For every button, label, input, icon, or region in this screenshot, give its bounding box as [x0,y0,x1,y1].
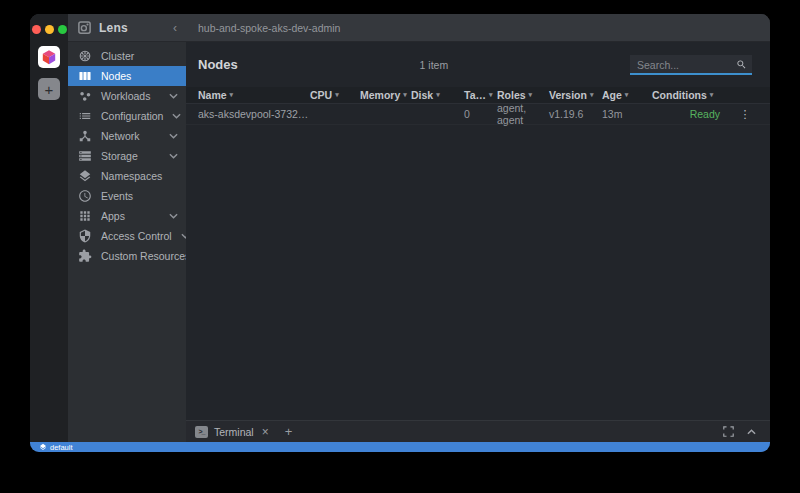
sidebar-header: Lens ‹ [68,14,186,42]
custom-resources-icon [78,249,92,263]
expand-dock-icon[interactable] [723,426,734,437]
column-header-conditions[interactable]: Conditions▾ [652,89,732,101]
zoom-window-button[interactable] [58,25,67,34]
table-header: Name▾ CPU▾ Memory▾ Disk▾ Ta…▾ Roles▾ Ver… [186,87,770,104]
traffic-lights [32,25,67,34]
sidebar-item-events[interactable]: Events [68,186,186,206]
column-header-version[interactable]: Version▾ [549,89,602,101]
search-input[interactable] [630,56,752,74]
terminal-dock: >_ Terminal × + [186,420,770,442]
column-header-disk[interactable]: Disk▾ [411,89,464,101]
namespace-icon [39,443,47,451]
sidebar-item-access-control[interactable]: Access Control [68,226,186,246]
namespaces-icon [78,169,92,183]
sort-caret-icon: ▾ [590,91,594,99]
sort-caret-icon: ▾ [625,91,629,99]
sidebar-item-label: Nodes [101,70,131,82]
sidebar-item-configuration[interactable]: Configuration [68,106,186,126]
network-icon [78,129,92,143]
sidebar-item-apps[interactable]: Apps [68,206,186,226]
column-header-taints[interactable]: Ta…▾ [464,89,497,101]
sort-caret-icon: ▾ [335,91,339,99]
node-name: aks-aksdevpool-37324… [198,108,310,120]
status-badge: Ready [690,108,732,120]
terminal-tab[interactable]: >_ Terminal × [195,426,269,438]
events-icon [78,189,92,203]
node-taints: 0 [464,108,497,120]
status-bar: default [30,442,770,452]
sidebar-item-label: Events [101,190,133,202]
brand-title: Lens [99,21,128,35]
apps-icon [78,209,92,223]
sort-caret-icon: ▾ [403,91,407,99]
topbar: hub-and-spoke-aks-dev-admin [186,14,770,42]
sort-caret-icon: ▾ [489,91,493,99]
configuration-icon [78,109,92,123]
cluster-rail: + [30,14,68,442]
chevron-down-icon [169,153,178,159]
node-version: v1.19.6 [549,108,602,120]
storage-icon [78,149,92,163]
sidebar-item-label: Workloads [101,90,150,102]
sidebar-nav: Cluster Nodes Workloads [68,42,186,266]
close-window-button[interactable] [32,25,41,34]
column-header-roles[interactable]: Roles▾ [497,89,549,101]
workloads-icon [78,89,92,103]
sort-caret-icon: ▾ [230,91,234,99]
plus-icon: + [45,82,54,97]
new-terminal-icon[interactable]: + [285,425,293,438]
terminal-icon: >_ [195,426,208,438]
sidebar-item-cluster[interactable]: Cluster [68,46,186,66]
sidebar-item-label: Storage [101,150,138,162]
column-header-name[interactable]: Name▾ [198,89,310,101]
cluster-name: hub-and-spoke-aks-dev-admin [198,22,340,34]
page-header: Nodes 1 item [186,42,770,87]
terminal-tab-label: Terminal [214,426,254,438]
close-terminal-icon[interactable]: × [262,426,269,438]
lens-window: + Lens ‹ [30,14,770,452]
sidebar-item-label: Apps [101,210,125,222]
minimize-window-button[interactable] [45,25,54,34]
sort-caret-icon: ▾ [710,91,714,99]
collapse-dock-icon[interactable] [747,429,756,435]
column-header-memory[interactable]: Memory▾ [360,89,411,101]
sidebar-item-label: Cluster [101,50,134,62]
nodes-page: Nodes 1 item Name▾ CPU▾ Memory▾ Disk▾ Ta… [186,42,770,420]
chevron-down-icon [172,113,181,119]
active-cluster-icon[interactable] [38,46,60,68]
sidebar-item-network[interactable]: Network [68,126,186,146]
table-row[interactable]: aks-aksdevpool-37324… 0 agent, agent v1.… [186,104,770,125]
sidebar-item-namespaces[interactable]: Namespaces [68,166,186,186]
page-title: Nodes [198,57,238,72]
search-box [630,55,752,75]
access-control-icon [78,229,92,243]
node-roles: agent, agent [497,102,549,126]
node-age: 13m [602,108,652,120]
row-menu-icon[interactable]: ⋮ [740,109,751,120]
sidebar-item-storage[interactable]: Storage [68,146,186,166]
sidebar: Lens ‹ Cluster [68,14,186,442]
sidebar-item-nodes[interactable]: Nodes [68,66,186,86]
chevron-down-icon [169,93,178,99]
search-icon [736,59,747,70]
sidebar-item-label: Custom Resources [101,250,190,262]
column-header-age[interactable]: Age▾ [602,89,652,101]
cluster-icon [78,49,92,63]
chevron-down-icon [169,213,178,219]
sidebar-item-workloads[interactable]: Workloads [68,86,186,106]
add-cluster-button[interactable]: + [38,78,60,100]
sort-caret-icon: ▾ [529,91,533,99]
cube-logo-icon [40,48,58,66]
chevron-down-icon [169,133,178,139]
sort-caret-icon: ▾ [436,91,440,99]
sidebar-item-label: Namespaces [101,170,162,182]
sidebar-item-custom-resources[interactable]: Custom Resources [68,246,186,266]
namespace-selector[interactable]: default [50,443,73,452]
content-empty-area [186,125,770,420]
sidebar-item-label: Access Control [101,230,172,242]
sidebar-collapse-icon[interactable]: ‹ [173,22,177,34]
sidebar-item-label: Configuration [101,110,163,122]
sidebar-item-label: Network [101,130,140,142]
nodes-icon [78,69,92,83]
column-header-cpu[interactable]: CPU▾ [310,89,360,101]
